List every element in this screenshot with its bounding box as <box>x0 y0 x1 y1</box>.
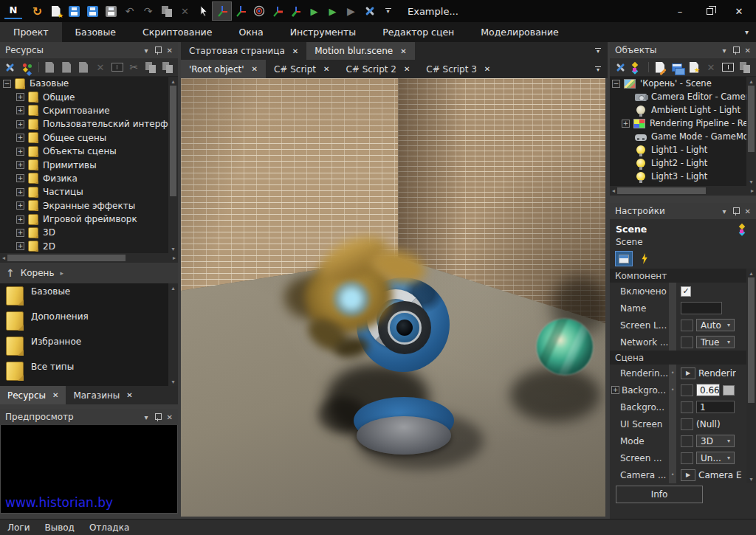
default-value-box[interactable] <box>681 401 693 413</box>
default-value-box[interactable] <box>681 435 693 447</box>
scroll-left-icon[interactable]: ◂ <box>2 255 5 261</box>
expand-reference-button[interactable]: ▶ <box>681 367 695 379</box>
tab-stores[interactable]: Магазины✕ <box>66 386 140 404</box>
scroll-right-icon[interactable]: ▸ <box>173 255 176 261</box>
resources-tree-vscrollbar[interactable]: ▴ ▾ <box>168 77 178 253</box>
list-item[interactable]: Все типы <box>0 360 168 385</box>
move-gizmo-icon[interactable] <box>213 2 231 20</box>
info-button[interactable]: Info <box>616 486 703 503</box>
scrollbar-thumb[interactable] <box>617 187 706 194</box>
objects-tree-vscrollbar[interactable]: ▴ ▾ <box>746 77 756 186</box>
screen-dropdown[interactable]: Un...▾ <box>696 452 735 464</box>
paste-icon[interactable] <box>738 60 752 75</box>
preview-dropdown-icon[interactable]: ▾ <box>145 413 148 421</box>
ui-screen-value[interactable]: (Null) <box>696 419 721 429</box>
new-resource-icon[interactable]: ★ <box>47 2 65 20</box>
menu-scripting[interactable]: Скриптование <box>129 22 225 42</box>
scroll-left-icon[interactable]: ◂ <box>612 187 615 194</box>
save-all-icon[interactable] <box>102 2 120 20</box>
up-arrow-icon[interactable]: ↑ <box>6 267 15 279</box>
menu-basic[interactable]: Базовые <box>62 22 129 42</box>
preview-close-icon[interactable]: ✕ <box>167 413 173 421</box>
background-value-input[interactable]: 1 <box>696 401 735 413</box>
default-value-box[interactable] <box>681 418 693 430</box>
menu-scene-editor[interactable]: Редактор сцен <box>369 22 467 42</box>
list-item[interactable]: Дополнения <box>0 310 168 335</box>
delete-icon[interactable]: ✕ <box>176 2 194 20</box>
edit-icon[interactable] <box>43 60 58 75</box>
enabled-checkbox[interactable]: ✓ <box>681 286 691 297</box>
tree-item[interactable]: +3D <box>0 226 168 239</box>
objects-dropdown-icon[interactable]: ▾ <box>723 46 726 55</box>
tab-motion-blur-scene[interactable]: Motion blur.scene✕ <box>306 42 414 60</box>
tree-item[interactable]: +2D <box>0 240 168 253</box>
section-component[interactable]: Компонент <box>610 269 746 283</box>
tree-item[interactable]: −Базовые <box>0 77 168 90</box>
tree-item[interactable]: +Общие <box>0 90 168 103</box>
windows-icon[interactable] <box>670 60 684 75</box>
default-value-box[interactable] <box>681 384 693 396</box>
close-icon[interactable]: ✕ <box>404 65 410 73</box>
menu-modeling[interactable]: Моделирование <box>467 22 571 42</box>
tab-resources[interactable]: Ресурсы✕ <box>0 386 66 404</box>
scene-3d-viewport[interactable] <box>181 78 605 517</box>
new-child-icon[interactable]: ★ <box>687 60 701 75</box>
settings-pin-icon[interactable] <box>732 207 739 216</box>
settings-dropdown-icon[interactable]: ▾ <box>723 207 726 215</box>
transform-gizmo-icon[interactable] <box>286 2 305 20</box>
scroll-down-icon[interactable]: ▾ <box>171 377 174 386</box>
scrollbar-thumb[interactable] <box>170 86 176 196</box>
network-dropdown[interactable]: True▾ <box>696 336 735 348</box>
tree-item[interactable]: Light1 - Light <box>610 143 746 156</box>
delete-icon[interactable]: ✕ <box>704 60 718 75</box>
close-icon[interactable]: ✕ <box>400 47 406 55</box>
default-value-box[interactable] <box>681 320 693 331</box>
scrollbar-thumb[interactable] <box>748 277 755 403</box>
tree-item[interactable]: +Пользовательский интерфейс <box>0 117 168 131</box>
close-icon[interactable]: ✕ <box>323 65 329 73</box>
rename-icon[interactable] <box>110 60 125 75</box>
scrollbar-thumb[interactable] <box>748 86 755 152</box>
scroll-up-icon[interactable]: ▴ <box>171 283 174 292</box>
tree-item[interactable]: Ambient Light - Light <box>610 103 746 117</box>
tools-icon[interactable] <box>613 60 628 75</box>
save-as-icon[interactable] <box>83 2 102 20</box>
section-scene[interactable]: Сцена <box>610 351 746 365</box>
rename-icon[interactable] <box>721 60 735 75</box>
scrollbar-thumb[interactable] <box>7 255 126 261</box>
resources-dropdown-icon[interactable]: ▾ <box>145 46 148 55</box>
color-swatch[interactable] <box>723 385 735 396</box>
scroll-up-icon[interactable]: ▴ <box>749 269 752 277</box>
play-icon-2[interactable]: ▶ <box>323 2 342 20</box>
tree-item[interactable]: Light3 - Light <box>610 170 746 183</box>
scroll-down-icon[interactable]: ▾ <box>749 474 752 483</box>
scroll-up-icon[interactable]: ▴ <box>171 77 174 86</box>
statusbar-logs[interactable]: Логи <box>7 522 30 533</box>
menu-more-chevron-icon[interactable]: ▾ <box>745 28 749 36</box>
list-item[interactable]: Базовые <box>0 285 168 310</box>
export-icon[interactable] <box>76 60 91 75</box>
undo-icon[interactable]: ↶ <box>120 2 139 20</box>
menu-project[interactable]: Проект <box>0 22 62 42</box>
preview-link[interactable]: www.historian.by <box>5 495 113 510</box>
edit-icon[interactable] <box>653 60 667 75</box>
play-disabled-icon[interactable]: ▶ <box>342 2 360 20</box>
duplicate-icon[interactable] <box>157 2 176 20</box>
screen-label-dropdown[interactable]: Auto▾ <box>696 319 735 331</box>
breadcrumb-root[interactable]: Корень <box>21 268 55 278</box>
statusbar-output[interactable]: Вывод <box>44 522 74 533</box>
scroll-down-icon[interactable]: ▾ <box>171 244 174 253</box>
tree-item[interactable]: +Игровой фреймворк <box>0 213 168 226</box>
paste-icon[interactable] <box>160 60 175 75</box>
tree-item[interactable]: −'Корень' - Scene <box>610 77 746 90</box>
tab-csharp-script[interactable]: C# Script✕ <box>266 60 337 78</box>
tree-item[interactable]: +Примитивы <box>0 158 168 171</box>
copy-icon[interactable] <box>143 60 158 75</box>
tree-item[interactable]: +Физика <box>0 172 168 185</box>
close-icon[interactable]: ✕ <box>126 391 132 399</box>
close-icon[interactable]: ✕ <box>252 65 258 73</box>
tree-item[interactable]: Camera Editor - Camera <box>610 90 746 103</box>
tab-root-object[interactable]: 'Root object'✕ <box>181 60 266 78</box>
resources-pin-icon[interactable] <box>154 46 161 55</box>
save-icon[interactable] <box>65 2 83 20</box>
